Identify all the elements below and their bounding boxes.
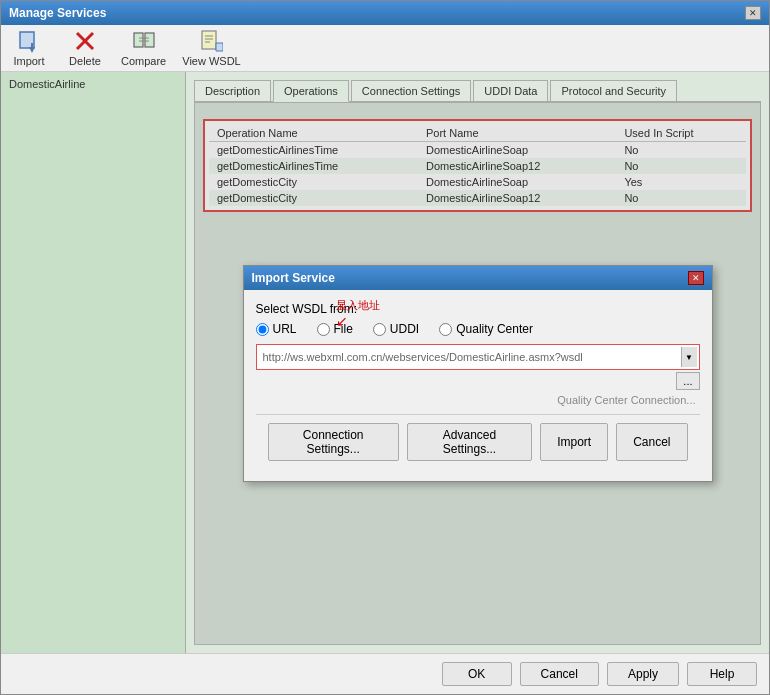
modal-footer-left: Connection Settings... Advanced Settings… [268, 423, 533, 461]
modal-footer: Connection Settings... Advanced Settings… [256, 414, 700, 469]
url-dropdown-arrow[interactable]: ▼ [681, 347, 697, 367]
svg-rect-5 [134, 33, 143, 47]
svg-rect-9 [202, 31, 216, 49]
content-area: Description Operations Connection Settin… [186, 72, 769, 653]
compare-icon [132, 29, 156, 53]
select-wsdl-label: Select WSDL from: 显入地址 ↙ [256, 302, 700, 316]
modal-import-button[interactable]: Import [540, 423, 608, 461]
import-toolbar-button[interactable]: Import [9, 29, 49, 67]
modal-title-bar: Import Service ✕ [244, 266, 712, 290]
modal-close-button[interactable]: ✕ [688, 271, 704, 285]
tab-protocol-security[interactable]: Protocol and Security [550, 80, 677, 101]
import-icon [17, 29, 41, 53]
radio-uddi[interactable]: UDDI [373, 322, 419, 336]
modal-title: Import Service [252, 271, 335, 285]
window-title: Manage Services [9, 6, 106, 20]
svg-rect-6 [145, 33, 154, 47]
import-service-modal: Import Service ✕ Select WSDL from: 显入地址 [243, 265, 713, 482]
apply-button[interactable]: Apply [607, 662, 679, 686]
modal-body: Select WSDL from: 显入地址 ↙ [244, 290, 712, 481]
help-button[interactable]: Help [687, 662, 757, 686]
radio-quality-center[interactable]: Quality Center [439, 322, 533, 336]
svg-marker-13 [216, 43, 223, 51]
advanced-settings-button[interactable]: Advanced Settings... [407, 423, 532, 461]
delete-label: Delete [69, 55, 101, 67]
radio-group: URL File UDDI [256, 322, 700, 336]
view-wsdl-label: View WSDL [182, 55, 240, 67]
toolbar: Import Delete Compare [1, 25, 769, 72]
sidebar: DomesticAirline [1, 72, 186, 653]
close-button[interactable]: ✕ [745, 6, 761, 20]
bottom-bar: OK Cancel Apply Help [1, 653, 769, 694]
view-wsdl-toolbar-button[interactable]: View WSDL [182, 29, 240, 67]
browse-button[interactable]: ... [676, 372, 699, 390]
tab-operations[interactable]: Operations [273, 80, 349, 102]
manage-services-window: Manage Services ✕ Import Del [0, 0, 770, 695]
import-label: Import [13, 55, 44, 67]
modal-overlay: Import Service ✕ Select WSDL from: 显入地址 [195, 103, 760, 644]
sidebar-item-domestic-airline[interactable]: DomesticAirline [5, 76, 181, 92]
connection-settings-button[interactable]: Connection Settings... [268, 423, 399, 461]
select-wsdl-section: Select WSDL from: 显入地址 ↙ [256, 302, 700, 406]
main-content: DomesticAirline Description Operations C… [1, 72, 769, 653]
tab-uddi-data[interactable]: UDDI Data [473, 80, 548, 101]
title-bar: Manage Services ✕ [1, 1, 769, 25]
url-input-row: ▼ [256, 344, 700, 370]
modal-cancel-button[interactable]: Cancel [616, 423, 687, 461]
ok-button[interactable]: OK [442, 662, 512, 686]
tab-bar: Description Operations Connection Settin… [194, 80, 761, 102]
tab-description[interactable]: Description [194, 80, 271, 101]
tab-content: Operation Name Port Name Used In Script … [194, 102, 761, 645]
annotation-arrow: ↙ [336, 313, 348, 329]
compare-label: Compare [121, 55, 166, 67]
delete-toolbar-button[interactable]: Delete [65, 29, 105, 67]
annotation-text: 显入地址 ↙ [336, 298, 380, 329]
title-bar-controls: ✕ [745, 6, 761, 20]
delete-icon [73, 29, 97, 53]
cancel-button[interactable]: Cancel [520, 662, 599, 686]
quality-center-link[interactable]: Quality Center Connection... [256, 394, 700, 406]
url-input[interactable] [259, 349, 681, 365]
viewwsdl-icon [199, 29, 223, 53]
radio-url[interactable]: URL [256, 322, 297, 336]
compare-toolbar-button[interactable]: Compare [121, 29, 166, 67]
tab-connection-settings[interactable]: Connection Settings [351, 80, 471, 101]
modal-footer-right: Import Cancel [540, 423, 687, 461]
